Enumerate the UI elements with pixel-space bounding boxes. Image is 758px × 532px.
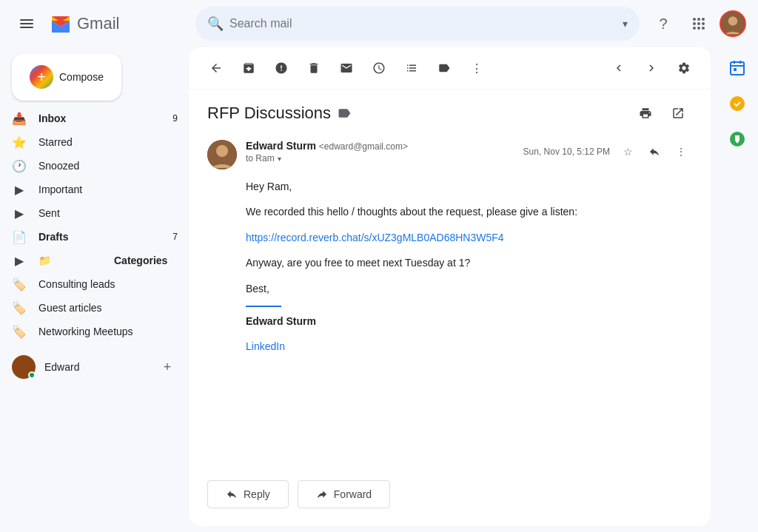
topbar-right: ? bbox=[648, 9, 746, 38]
sidebar-item-networking-meetups[interactable]: 🏷️ Networking Meetups bbox=[0, 320, 190, 343]
sidebar: + Compose 📥 Inbox 9 ⭐ Starred 🕐 Snoozed … bbox=[0, 47, 190, 532]
sidebar-item-categories[interactable]: ▶ 📁 Categories bbox=[0, 249, 190, 272]
sidebar-item-sent[interactable]: ▶ Sent bbox=[0, 201, 190, 225]
sidebar-item-inbox[interactable]: 📥 Inbox 9 bbox=[0, 107, 190, 130]
sidebar-item-snoozed[interactable]: 🕐 Snoozed bbox=[0, 154, 190, 178]
signature-link[interactable]: LinkedIn bbox=[246, 340, 285, 352]
sidebar-item-starred[interactable]: ⭐ Starred bbox=[0, 130, 190, 154]
topbar: Gmail 🔍 ▾ ? bbox=[0, 0, 758, 47]
user-avatar-small bbox=[12, 355, 36, 379]
back-button[interactable] bbox=[201, 53, 231, 83]
thread-header: RFP Discussions bbox=[190, 90, 711, 128]
search-bar[interactable]: 🔍 ▾ bbox=[195, 7, 640, 41]
compose-button[interactable]: + Compose bbox=[12, 53, 121, 101]
reply-actions: Reply Forward bbox=[190, 468, 711, 526]
email-message: Edward Sturm <edward@gmail.com> to Ram ▾… bbox=[207, 128, 693, 376]
label-icon-guest: 🏷️ bbox=[12, 301, 27, 315]
networking-meetups-label: Networking Meetups bbox=[38, 326, 133, 337]
inbox-label: Inbox bbox=[38, 112, 161, 124]
email-link[interactable]: https://record.reverb.chat/s/xUZ3gMLB0AD… bbox=[246, 232, 504, 243]
categories-label: Categories bbox=[114, 255, 178, 266]
keep-app-button[interactable] bbox=[722, 124, 752, 154]
categories-expand-icon: ▶ bbox=[12, 254, 27, 268]
add-account-button[interactable]: + bbox=[157, 357, 178, 377]
next-email-button[interactable] bbox=[637, 53, 666, 83]
compose-plus-icon: + bbox=[30, 65, 53, 89]
print-button[interactable] bbox=[631, 98, 660, 128]
sidebar-item-important[interactable]: ▶ Important bbox=[0, 178, 190, 201]
reply-button[interactable]: Reply bbox=[207, 480, 289, 508]
sidebar-item-drafts[interactable]: 📄 Drafts 7 bbox=[0, 225, 190, 249]
inbox-icon: 📥 bbox=[12, 112, 27, 126]
thread-title-text: RFP Discussions bbox=[207, 104, 331, 123]
email-body: Hey Ram, We recorded this hello / though… bbox=[207, 178, 693, 355]
gmail-logo: Gmail bbox=[47, 10, 119, 37]
snooze-button[interactable] bbox=[364, 53, 394, 83]
tasks-app-button[interactable] bbox=[722, 89, 752, 118]
mark-unread-button[interactable] bbox=[332, 53, 361, 83]
svg-point-9 bbox=[730, 96, 745, 111]
svg-point-4 bbox=[728, 16, 737, 25]
drafts-badge: 7 bbox=[172, 232, 178, 242]
apps-button[interactable] bbox=[684, 9, 714, 38]
sender-name-line: Edward Sturm <edward@gmail.com> bbox=[246, 140, 514, 152]
archive-button[interactable] bbox=[234, 53, 264, 83]
forward-button[interactable]: Forward bbox=[298, 480, 390, 508]
delete-button[interactable] bbox=[299, 53, 329, 83]
right-sidebar bbox=[717, 47, 758, 532]
to-text: to Ram bbox=[246, 153, 275, 164]
spam-button[interactable] bbox=[266, 53, 296, 83]
label-button[interactable] bbox=[429, 53, 459, 83]
label-icon-networking: 🏷️ bbox=[12, 325, 27, 339]
user-avatar[interactable] bbox=[720, 10, 746, 37]
sent-label: Sent bbox=[38, 207, 178, 219]
email-closing: Best, bbox=[246, 280, 693, 297]
sender-info: Edward Sturm <edward@gmail.com> to Ram ▾ bbox=[246, 140, 514, 164]
message-time: Sun, Nov 10, 5:12 PM bbox=[523, 147, 610, 157]
starred-label: Starred bbox=[38, 136, 178, 148]
email-greeting: Hey Ram, bbox=[246, 178, 693, 195]
to-line: to Ram ▾ bbox=[246, 153, 514, 164]
svg-point-6 bbox=[216, 145, 228, 157]
sidebar-item-consulting-leads[interactable]: 🏷️ Consulting leads bbox=[0, 272, 190, 296]
hamburger-menu-button[interactable] bbox=[12, 9, 41, 38]
search-input[interactable] bbox=[229, 17, 617, 30]
label-tag-icon bbox=[337, 106, 352, 121]
move-to-button[interactable] bbox=[397, 53, 426, 83]
email-view: ⋮ RFP Discussions bbox=[190, 47, 711, 526]
email-body-line2: Anyway, are you free to meet next Tuesda… bbox=[246, 255, 693, 271]
email-toolbar: ⋮ bbox=[190, 47, 711, 90]
search-icon: 🔍 bbox=[207, 16, 224, 32]
open-new-window-button[interactable] bbox=[663, 98, 693, 128]
reply-label: Reply bbox=[244, 488, 270, 500]
online-indicator bbox=[28, 371, 36, 379]
compose-label: Compose bbox=[59, 71, 104, 83]
guest-articles-label: Guest articles bbox=[38, 302, 102, 314]
search-dropdown-icon[interactable]: ▾ bbox=[623, 18, 628, 30]
main-layout: + Compose 📥 Inbox 9 ⭐ Starred 🕐 Snoozed … bbox=[0, 47, 758, 532]
toolbar-navigation bbox=[604, 53, 666, 83]
more-actions-button[interactable]: ⋮ bbox=[462, 53, 492, 83]
sidebar-item-guest-articles[interactable]: 🏷️ Guest articles bbox=[0, 296, 190, 320]
star-message-button[interactable]: ☆ bbox=[616, 140, 640, 164]
calendar-app-button[interactable] bbox=[722, 53, 752, 83]
to-dropdown-icon[interactable]: ▾ bbox=[278, 155, 281, 163]
sender-avatar bbox=[207, 140, 237, 169]
svg-rect-7 bbox=[731, 62, 744, 75]
consulting-leads-label: Consulting leads bbox=[38, 278, 115, 290]
previous-email-button[interactable] bbox=[604, 53, 634, 83]
reply-quick-button[interactable] bbox=[643, 140, 666, 164]
signature-divider bbox=[246, 306, 281, 307]
sender-email: <edward@gmail.com> bbox=[319, 141, 408, 152]
snoozed-label: Snoozed bbox=[38, 160, 178, 172]
user-section: Edward + bbox=[0, 349, 190, 385]
more-message-options-button[interactable]: ⋮ bbox=[669, 140, 693, 164]
settings-button[interactable] bbox=[669, 53, 699, 83]
important-label: Important bbox=[38, 183, 178, 195]
snoozed-icon: 🕐 bbox=[12, 159, 27, 173]
email-body-line1: We recorded this hello / thoughts about … bbox=[246, 203, 693, 220]
svg-rect-2 bbox=[20, 27, 33, 28]
help-button[interactable]: ? bbox=[648, 9, 678, 38]
forward-icon bbox=[316, 488, 328, 500]
sender-name: Edward Sturm bbox=[246, 140, 316, 152]
